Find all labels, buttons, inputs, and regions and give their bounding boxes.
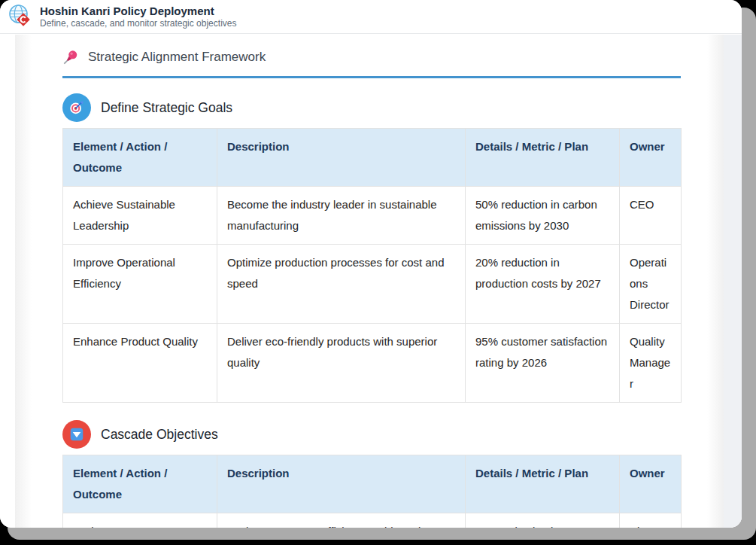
cell-description: Optimize production processes for cost a… (217, 245, 466, 324)
cell-description: Become the industry leader in sustainabl… (217, 187, 466, 245)
content-area: Strategic Alignment Framework (0, 35, 742, 528)
app-window: Hoshin Kanri Policy Deployment Define, c… (0, 0, 742, 528)
section-title: Strategic Alignment Framework (88, 50, 266, 65)
col-element: Element / Action / Outcome (63, 455, 217, 513)
cell-owner: Operations Director (620, 245, 682, 324)
cell-element: Enhance Product Quality (63, 324, 217, 403)
col-details: Details / Metric / Plan (466, 129, 620, 187)
table-header-row: Element / Action / Outcome Description D… (63, 129, 682, 187)
target-icon (62, 93, 91, 122)
cascade-header: Cascade Objectives (62, 420, 681, 449)
cell-details: 50% reduction in carbon emissions by 203… (466, 187, 620, 245)
app-header: Hoshin Kanri Policy Deployment Define, c… (0, 0, 742, 34)
cell-element: Reduce Energy Consumption (63, 513, 217, 528)
table-row: Reduce Energy Consumption Implement ener… (63, 513, 682, 528)
cell-owner: Quality Manager (620, 324, 682, 403)
cell-details: 30% reduction in energy use by 2026 (466, 513, 620, 528)
scrollbar-track[interactable] (724, 35, 742, 528)
col-description: Description (217, 129, 466, 187)
table-header-row: Element / Action / Outcome Description D… (63, 455, 682, 513)
cascade-heading: Cascade Objectives (101, 427, 218, 443)
goals-table: Element / Action / Outcome Description D… (62, 128, 682, 403)
app-logo-globe-icon (8, 4, 33, 29)
app-subtitle: Define, cascade, and monitor strategic o… (40, 18, 236, 29)
cascade-table: Element / Action / Outcome Description D… (62, 455, 682, 528)
cell-description: Deliver eco-friendly products with super… (217, 324, 466, 403)
section-header: Strategic Alignment Framework (62, 49, 681, 65)
cell-owner: Plant Manager (620, 513, 682, 528)
table-row: Achieve Sustainable Leadership Become th… (63, 187, 682, 245)
col-owner: Owner (620, 129, 682, 187)
cell-owner: CEO (620, 187, 682, 245)
pushpin-icon (62, 49, 79, 65)
down-button-icon (62, 420, 91, 449)
goals-header: Define Strategic Goals (62, 93, 681, 122)
cell-details: 95% customer satisfaction rating by 2026 (466, 324, 620, 403)
col-description: Description (217, 455, 466, 513)
section-underline (62, 76, 681, 78)
col-element: Element / Action / Outcome (63, 129, 217, 187)
col-details: Details / Metric / Plan (466, 455, 620, 513)
goals-heading: Define Strategic Goals (101, 100, 232, 116)
col-owner: Owner (620, 455, 682, 513)
app-title: Hoshin Kanri Policy Deployment (40, 4, 236, 19)
cell-details: 20% reduction in production costs by 202… (466, 245, 620, 324)
document-sheet: Strategic Alignment Framework (15, 35, 724, 528)
table-row: Improve Operational Efficiency Optimize … (63, 245, 682, 324)
cell-element: Improve Operational Efficiency (63, 245, 217, 324)
cell-description: Implement energy-efficient machinery in … (217, 513, 466, 528)
cell-element: Achieve Sustainable Leadership (63, 187, 217, 245)
table-row: Enhance Product Quality Deliver eco-frie… (63, 324, 682, 403)
